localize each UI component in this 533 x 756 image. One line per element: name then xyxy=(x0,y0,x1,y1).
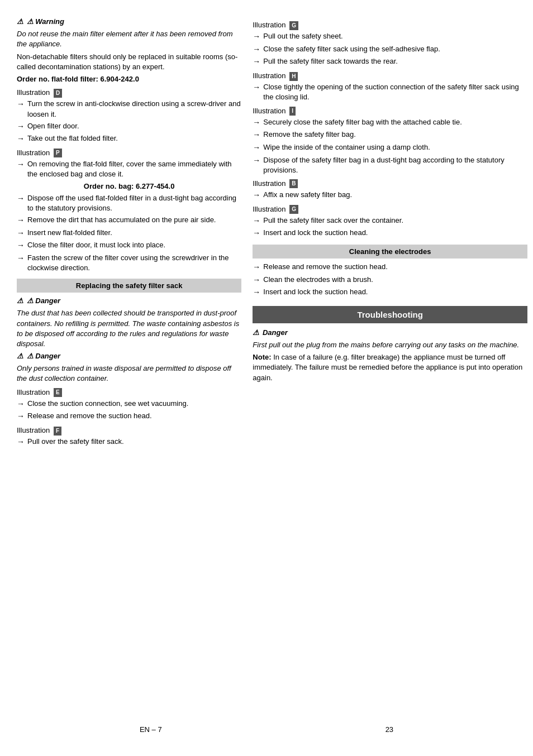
list-item: →Close the filter door, it must lock int… xyxy=(17,240,241,251)
note-block: Note: In case of a failure (e.g. filter … xyxy=(253,352,527,383)
illus-P-list2: →Dispose off the used flat-folded filter… xyxy=(17,193,241,274)
left-column: ⚠ ⚠ Warning Do not reuse the main filter… xyxy=(17,17,241,714)
illus-I-label: Illustration I xyxy=(253,106,527,116)
illus-P-list1: →On removing the flat-fold filter, cover… xyxy=(17,159,241,179)
list-item: →Open filter door. xyxy=(17,121,241,132)
arrow-icon: → xyxy=(253,228,260,239)
illus-B2-label: Illustration B xyxy=(253,179,527,189)
arrow-icon: → xyxy=(253,130,260,141)
replacing-section-heading: Replacing the safety filter sack xyxy=(17,279,241,293)
warning1-body2: Non-detachable filters should only be re… xyxy=(17,52,241,72)
arrow-icon: → xyxy=(17,215,25,226)
right-column: Illustration G →Pull out the safety shee… xyxy=(253,17,527,714)
arrow-icon: → xyxy=(17,133,25,145)
warning1-title: ⚠ ⚠ Warning xyxy=(17,17,241,27)
arrow-icon: → xyxy=(17,99,25,110)
list-item: →Pull out the safety sheet. xyxy=(253,31,527,42)
arrow-icon: → xyxy=(17,253,25,264)
list-item: →Securely close the safety filter bag wi… xyxy=(253,117,527,128)
list-item: →Take out the flat folded filter. xyxy=(17,133,241,145)
illus-H-label: Illustration H xyxy=(253,71,527,81)
footer-right: 23 xyxy=(386,725,393,734)
list-item: →Pull the safety filter sack over the co… xyxy=(253,216,527,227)
arrow-icon: → xyxy=(253,155,260,166)
list-item: →Remove the dirt that has accumulated on… xyxy=(17,215,241,226)
danger3-title: ⚠ Danger xyxy=(253,328,527,338)
danger2-body: Only persons trained in waste disposal a… xyxy=(17,363,241,384)
illus-G-list: →Pull out the safety sheet. →Close the s… xyxy=(253,31,527,68)
arrow-icon: → xyxy=(253,287,260,298)
arrow-icon: → xyxy=(253,56,260,68)
order-bag: Order no. bag: 6.277-454.0 xyxy=(17,181,241,192)
list-item: →Close tightly the opening of the suctio… xyxy=(253,82,527,102)
arrow-icon: → xyxy=(253,31,260,42)
list-item: →Affix a new safety filter bag. xyxy=(253,190,527,201)
arrow-icon: → xyxy=(253,190,260,201)
list-item: →Insert new flat-folded filter. xyxy=(17,228,241,239)
illus-I-list: →Securely close the safety filter bag wi… xyxy=(253,117,527,175)
illus-G2-list: →Pull the safety filter sack over the co… xyxy=(253,216,527,239)
arrow-icon: → xyxy=(253,44,260,55)
order-flat-fold: Order no. flat-fold filter: 6.904-242.0 xyxy=(17,74,241,84)
list-item: →Fasten the screw of the filter cover us… xyxy=(17,253,241,273)
arrow-icon: → xyxy=(253,142,260,154)
arrow-icon: → xyxy=(17,121,25,132)
danger2-title: ⚠ ⚠ Danger xyxy=(17,351,241,361)
troubleshooting-section-heading: Troubleshooting xyxy=(253,306,527,323)
warning1-body: Do not reuse the main filter element aft… xyxy=(17,29,241,49)
list-item: →Dispose off the used flat-folded filter… xyxy=(17,193,241,213)
danger3-symbol: ⚠ xyxy=(253,328,259,337)
warning1-symbol: ⚠ xyxy=(17,17,23,26)
list-item: →Turn the screw in anti-clockwise direct… xyxy=(17,99,241,119)
list-item: →Release and remove the suction head. xyxy=(253,262,527,273)
list-item: →Pull over the safety filter sack. xyxy=(17,437,241,448)
list-item: →Close the safety filter sack using the … xyxy=(253,44,527,55)
list-item: →Insert and lock the suction head. xyxy=(253,228,527,239)
list-item: →Clean the electrodes with a brush. xyxy=(253,275,527,286)
illus-B2-list: →Affix a new safety filter bag. xyxy=(253,190,527,201)
arrow-icon: → xyxy=(253,117,260,128)
danger1-title: ⚠ ⚠ Danger xyxy=(17,296,241,306)
danger1-body: The dust that has been collected should … xyxy=(17,308,241,349)
arrow-icon: → xyxy=(253,275,260,286)
illus-F-list: →Pull over the safety filter sack. xyxy=(17,437,241,448)
warning1-title-text: ⚠ Warning xyxy=(27,17,64,26)
illus-P-icon: P xyxy=(54,149,62,157)
main-content: ⚠ ⚠ Warning Do not reuse the main filter… xyxy=(17,17,516,714)
arrow-icon: → xyxy=(253,82,260,93)
arrow-icon: → xyxy=(17,228,25,239)
illus-G-label: Illustration G xyxy=(253,20,527,30)
list-item: →Close the suction connection, see wet v… xyxy=(17,399,241,410)
arrow-icon: → xyxy=(17,159,25,170)
page: ⚠ ⚠ Warning Do not reuse the main filter… xyxy=(0,0,533,756)
illus-G2-label: Illustration G xyxy=(253,204,527,214)
list-item: →Insert and lock the suction head. xyxy=(253,287,527,298)
illus-F-icon: F xyxy=(54,427,61,436)
danger1-symbol: ⚠ xyxy=(17,296,23,305)
list-item: →Wipe the inside of the container using … xyxy=(253,142,527,154)
illus-F-label: Illustration F xyxy=(17,425,241,436)
illus-D-icon: D xyxy=(54,89,62,98)
illus-E-label: Illustration E xyxy=(17,387,241,398)
footer: EN – 7 23 xyxy=(17,725,516,734)
arrow-icon: → xyxy=(253,216,260,227)
footer-left: EN – 7 xyxy=(140,725,162,734)
list-item: →Pull the safety filter sack towards the… xyxy=(253,56,527,68)
arrow-icon: → xyxy=(17,240,25,251)
illus-H-list: →Close tightly the opening of the suctio… xyxy=(253,82,527,102)
danger3-title-text: Danger xyxy=(263,328,288,337)
cleaning-list: →Release and remove the suction head. →C… xyxy=(253,262,527,298)
list-item: →Release and remove the suction head. xyxy=(17,411,241,422)
list-item: →Remove the safety filter bag. xyxy=(253,130,527,141)
arrow-icon: → xyxy=(17,437,25,448)
illus-B2-icon: B xyxy=(289,179,298,188)
list-item: →Dispose of the safety filter bag in a d… xyxy=(253,155,527,175)
list-item: →On removing the flat-fold filter, cover… xyxy=(17,159,241,179)
danger1-title-text: ⚠ Danger xyxy=(27,296,60,305)
illus-I-icon: I xyxy=(289,107,296,116)
arrow-icon: → xyxy=(17,399,25,410)
illus-E-list: →Close the suction connection, see wet v… xyxy=(17,399,241,422)
note-body: In case of a failure (e.g. filter breaka… xyxy=(253,353,522,381)
illus-D-label: Illustration D xyxy=(17,88,241,98)
arrow-icon: → xyxy=(17,411,25,422)
